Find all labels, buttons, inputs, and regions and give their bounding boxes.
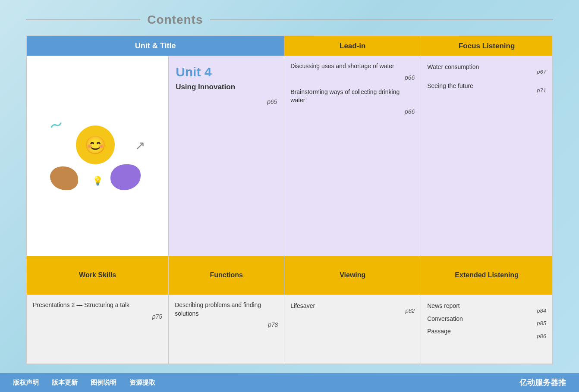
viewing-row-1: Lifesaver p82 bbox=[290, 302, 415, 314]
footer-link-update[interactable]: 版本更新 bbox=[52, 379, 78, 387]
footer: 版权声明 版本更新 图例说明 资源提取 亿动服务器推 bbox=[0, 373, 579, 392]
ext-text-3: Passage bbox=[427, 327, 450, 336]
table-wrapper: Unit & Title Lead-in Focus Listening 〜 ↗ bbox=[26, 35, 553, 364]
unit-subtitle: Using Innovation bbox=[176, 83, 277, 91]
td-illustration: 〜 ↗ 💡 bbox=[27, 56, 169, 256]
deco-brown-blob bbox=[50, 166, 78, 190]
viewing-item-1: Lifesaver p82 bbox=[290, 302, 415, 314]
viewing-page-1: p82 bbox=[406, 307, 415, 314]
th-lead-in: Lead-in bbox=[284, 36, 421, 56]
lead-in-item-1: Discussing uses and shortage of water p6… bbox=[290, 62, 415, 81]
deco-light: 💡 bbox=[92, 176, 103, 186]
lead-in-page-1: p66 bbox=[290, 74, 415, 81]
header-line-right bbox=[210, 19, 554, 20]
contents-title: Contents bbox=[140, 13, 210, 27]
ext-row-3: Passage p86 bbox=[427, 327, 546, 339]
unit-illustration: 〜 ↗ 💡 bbox=[41, 113, 154, 199]
functions-text-1: Describing problems and finding solution… bbox=[175, 301, 278, 318]
deco-sun-ball bbox=[76, 125, 115, 164]
ext-row-1: News report p84 bbox=[427, 302, 546, 314]
ext-text-2: Conversation bbox=[427, 315, 463, 323]
focus-text-2: Seeing the future bbox=[427, 82, 473, 91]
focus-row-1: Water consumption p67 bbox=[427, 63, 546, 75]
th-unit-title: Unit & Title bbox=[27, 36, 284, 56]
focus-page-2: p71 bbox=[537, 87, 546, 94]
unit-page-ref: p65 bbox=[176, 98, 277, 105]
deco-arrow: ↗ bbox=[135, 138, 145, 153]
footer-link-copyright[interactable]: 版权声明 bbox=[13, 379, 39, 387]
deco-squiggle: 〜 bbox=[47, 115, 66, 136]
lead-in-page-2: p66 bbox=[290, 108, 415, 115]
th-work-skills: Work Skills bbox=[27, 256, 169, 295]
td-functions-content: Describing problems and finding solution… bbox=[169, 295, 284, 364]
lead-in-item-2: Brainstorming ways of collecting drinkin… bbox=[290, 88, 415, 115]
contents-table: Unit & Title Lead-in Focus Listening 〜 ↗ bbox=[26, 36, 553, 364]
contents-header: Contents bbox=[26, 13, 553, 27]
header-line-left bbox=[26, 19, 140, 20]
ext-page-3: p86 bbox=[537, 333, 546, 339]
focus-item-2: Seeing the future p71 bbox=[427, 82, 546, 94]
functions-page-1: p78 bbox=[175, 321, 278, 328]
viewing-text-1: Lifesaver bbox=[290, 302, 315, 310]
footer-brand: 亿动服务器推 bbox=[519, 377, 566, 388]
ext-page-1: p84 bbox=[537, 307, 546, 314]
th-focus-listening: Focus Listening bbox=[421, 36, 553, 56]
td-unit-info: Unit 4 Using Innovation p65 bbox=[169, 56, 284, 256]
ext-item-1: News report p84 Conversation p85 Passage… bbox=[427, 302, 546, 339]
work-skills-item-1: Presentations 2 — Structuring a talk p75 bbox=[33, 301, 162, 320]
main-area: Contents Unit & Title Lead-in Focus List… bbox=[0, 0, 579, 373]
lead-in-text-2: Brainstorming ways of collecting drinkin… bbox=[290, 88, 415, 105]
deco-purple-blob bbox=[110, 164, 141, 190]
focus-text-1: Water consumption bbox=[427, 63, 479, 72]
functions-item-1: Describing problems and finding solution… bbox=[175, 301, 278, 328]
lead-in-text-1: Discussing uses and shortage of water bbox=[290, 62, 415, 71]
th-viewing: Viewing bbox=[284, 256, 421, 295]
ext-row-2: Conversation p85 bbox=[427, 315, 546, 327]
footer-links: 版权声明 版本更新 图例说明 资源提取 bbox=[13, 379, 155, 387]
footer-link-legend[interactable]: 图例说明 bbox=[91, 379, 116, 387]
focus-item-1: Water consumption p67 bbox=[427, 63, 546, 75]
td-viewing-content: Lifesaver p82 bbox=[284, 295, 421, 364]
ext-text-1: News report bbox=[427, 302, 459, 310]
unit-number: Unit 4 bbox=[176, 65, 277, 79]
td-work-skills-content: Presentations 2 — Structuring a talk p75 bbox=[27, 295, 169, 364]
td-extended-listening-content: News report p84 Conversation p85 Passage… bbox=[421, 295, 553, 364]
footer-link-resources[interactable]: 资源提取 bbox=[129, 379, 155, 387]
td-focus-listening-content: Water consumption p67 Seeing the future … bbox=[421, 56, 553, 256]
td-lead-in-content: Discussing uses and shortage of water p6… bbox=[284, 56, 421, 256]
work-skills-page-1: p75 bbox=[33, 313, 162, 320]
ext-page-2: p85 bbox=[537, 320, 546, 326]
th-extended-listening: Extended Listening bbox=[421, 256, 553, 295]
work-skills-text-1: Presentations 2 — Structuring a talk bbox=[33, 301, 162, 310]
focus-row-2: Seeing the future p71 bbox=[427, 82, 546, 94]
th-functions: Functions bbox=[169, 256, 284, 295]
focus-page-1: p67 bbox=[537, 69, 546, 75]
